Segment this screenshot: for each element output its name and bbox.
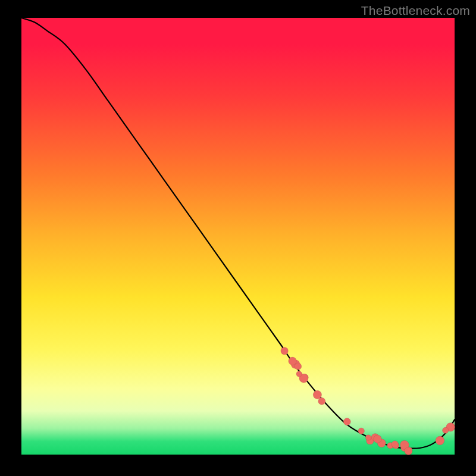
marker-dot bbox=[281, 347, 289, 355]
watermark-text: TheBottleneck.com bbox=[361, 4, 470, 18]
marker-dot bbox=[318, 397, 325, 405]
chart-panel bbox=[21, 18, 455, 455]
bottleneck-curve-line bbox=[21, 18, 455, 449]
marker-dot bbox=[295, 363, 302, 370]
marker-dot bbox=[358, 428, 365, 434]
marker-dot bbox=[343, 418, 350, 425]
marker-dots-group bbox=[281, 347, 455, 455]
marker-dot bbox=[392, 441, 398, 447]
marker-dot bbox=[436, 436, 444, 445]
marker-dot bbox=[443, 427, 449, 433]
marker-dot bbox=[365, 435, 371, 440]
chart-svg bbox=[21, 18, 455, 455]
marker-dot bbox=[296, 371, 302, 377]
marker-dot bbox=[289, 357, 297, 365]
marker-dot bbox=[405, 447, 412, 455]
marker-dot bbox=[374, 435, 381, 443]
